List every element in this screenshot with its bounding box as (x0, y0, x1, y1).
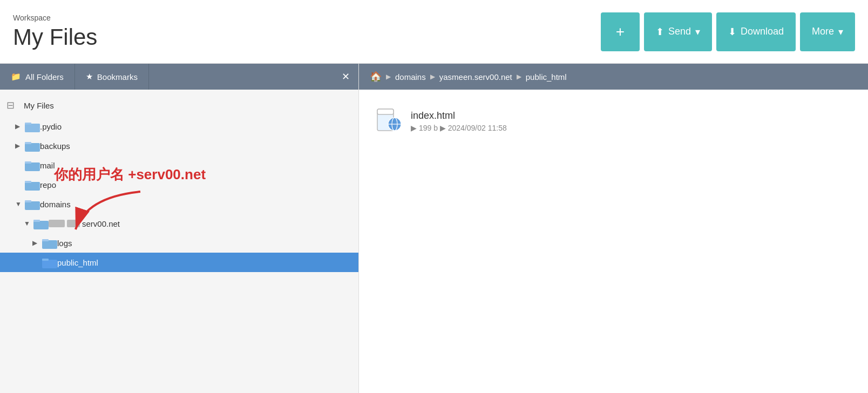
download-icon: ⬇ (728, 26, 736, 38)
file-name: index.html (411, 110, 507, 121)
sidebar-tabs: 📁 All Folders ★ Bookmarks ✕ (0, 64, 358, 90)
redacted-block-1 (49, 220, 65, 227)
main-container: 📁 All Folders ★ Bookmarks ✕ ⊟ My Files ▶ (0, 64, 868, 393)
file-date: 2024/09/02 11:58 (448, 124, 507, 132)
send-dropdown-icon: ▾ (695, 26, 700, 38)
svg-rect-5 (25, 162, 40, 171)
file-item-index-html[interactable]: index.html ▶ 199 b ▶ 2024/09/02 11:58 (370, 100, 857, 141)
file-size-value: 199 b (419, 124, 438, 132)
tab-bookmarks[interactable]: ★ Bookmarks (75, 64, 149, 90)
tree-item-backups[interactable]: ▶ backups (0, 136, 358, 155)
annotation-container: ▼ serv00.net 你的用户名 +serv00.net (0, 214, 358, 233)
right-panel: 🏠 ▶ domains ▶ yasmeen.serv00.net ▶ publi… (359, 64, 868, 393)
close-icon: ✕ (342, 71, 350, 83)
svg-rect-14 (42, 240, 57, 249)
tree-item-public-html[interactable]: public_html (0, 253, 358, 272)
bookmarks-label: Bookmarks (97, 72, 138, 82)
folder-icon (25, 159, 40, 171)
svg-rect-10 (25, 200, 31, 202)
folder-icon (42, 237, 57, 249)
send-label: Send (668, 26, 691, 37)
header-actions: + ⬆ Send ▾ ⬇ Download More ▾ (601, 12, 855, 51)
sep-1: ▶ (386, 73, 391, 80)
svg-rect-17 (42, 259, 49, 261)
yasmeen-arrow: ▼ (24, 220, 33, 227)
mail-label: mail (40, 161, 352, 170)
folder-icon (25, 198, 40, 210)
title-area: Workspace My Files (13, 13, 97, 50)
root-label: My Files (24, 101, 54, 110)
home-breadcrumb[interactable]: 🏠 (370, 71, 382, 83)
more-label: More (812, 26, 834, 37)
html-file-icon (375, 108, 401, 134)
svg-rect-9 (25, 201, 40, 210)
tab-all-folders[interactable]: 📁 All Folders (0, 64, 75, 90)
sep-3: ▶ (517, 73, 521, 80)
root-folder-icon: ⊟ (6, 99, 18, 111)
pydio-arrow: ▶ (15, 123, 25, 130)
svg-rect-4 (25, 142, 31, 144)
plus-icon: + (616, 23, 625, 40)
svg-rect-15 (42, 239, 49, 241)
svg-rect-16 (42, 260, 57, 268)
breadcrumb-yasmeen[interactable]: yasmeen.serv00.net (439, 72, 512, 82)
add-button[interactable]: + (601, 12, 640, 51)
page-title: My Files (13, 24, 97, 50)
tree-item-logs[interactable]: ▶ logs (0, 233, 358, 253)
folder-icon (33, 218, 49, 229)
file-size: ▶ (411, 124, 419, 132)
sep-2: ▶ (430, 73, 435, 80)
pydio-label: .pydio (40, 122, 352, 131)
send-upload-icon: ⬆ (656, 26, 664, 38)
breadcrumb-bar: 🏠 ▶ domains ▶ yasmeen.serv00.net ▶ publi… (359, 64, 868, 90)
download-label: Download (741, 26, 784, 37)
tree-item-mail[interactable]: mail (0, 155, 358, 175)
more-button[interactable]: More ▾ (800, 12, 855, 51)
public-html-label: public_html (57, 258, 352, 267)
svg-rect-6 (25, 161, 31, 164)
download-button[interactable]: ⬇ Download (716, 12, 796, 51)
svg-rect-19 (377, 109, 394, 114)
breadcrumb-domains[interactable]: domains (395, 72, 426, 82)
redacted-block-2 (67, 220, 80, 227)
file-meta-sep: ▶ (440, 124, 448, 132)
file-meta: ▶ 199 b ▶ 2024/09/02 11:58 (411, 124, 507, 132)
folder-tab-icon: 📁 (11, 72, 21, 82)
yasmeen-domain-label: serv00.net (82, 219, 120, 228)
svg-rect-7 (25, 182, 40, 191)
sidebar-close-button[interactable]: ✕ (333, 64, 358, 90)
star-icon: ★ (86, 72, 93, 82)
all-folders-label: All Folders (25, 72, 64, 82)
more-dropdown-icon: ▾ (838, 26, 843, 38)
tree-item-repo[interactable]: repo (0, 175, 358, 194)
svg-rect-12 (33, 220, 40, 222)
workspace-label: Workspace (13, 13, 97, 22)
folder-icon (25, 140, 40, 152)
svg-rect-2 (25, 124, 40, 132)
svg-rect-11 (33, 221, 49, 229)
send-button[interactable]: ⬆ Send ▾ (644, 12, 712, 51)
file-info: index.html ▶ 199 b ▶ 2024/09/02 11:58 (411, 110, 507, 132)
breadcrumb-public-html[interactable]: public_html (526, 72, 567, 82)
domains-label: domains (40, 200, 352, 209)
header: Workspace My Files + ⬆ Send ▾ ⬇ Download… (0, 0, 868, 64)
file-list: index.html ▶ 199 b ▶ 2024/09/02 11:58 (359, 90, 868, 393)
file-thumb (374, 107, 402, 135)
svg-rect-3 (25, 143, 40, 152)
backups-label: backups (40, 141, 352, 151)
svg-rect-8 (25, 181, 31, 183)
sidebar: 📁 All Folders ★ Bookmarks ✕ ⊟ My Files ▶ (0, 64, 359, 393)
logs-label: logs (57, 239, 352, 248)
sidebar-content: ⊟ My Files ▶ .pydio ▶ bac (0, 90, 358, 393)
root-myfiles[interactable]: ⊟ My Files (0, 94, 358, 117)
repo-label: repo (40, 180, 352, 189)
domains-arrow: ▼ (15, 200, 25, 208)
folder-icon (25, 179, 40, 191)
backups-arrow: ▶ (15, 142, 25, 150)
tree-item-pydio[interactable]: ▶ .pydio (0, 117, 358, 136)
folder-icon (42, 256, 57, 268)
folder-icon (25, 120, 40, 132)
logs-arrow: ▶ (32, 239, 42, 247)
tree-item-yasmeen[interactable]: ▼ serv00.net (0, 214, 358, 233)
tree-item-domains[interactable]: ▼ domains (0, 194, 358, 214)
